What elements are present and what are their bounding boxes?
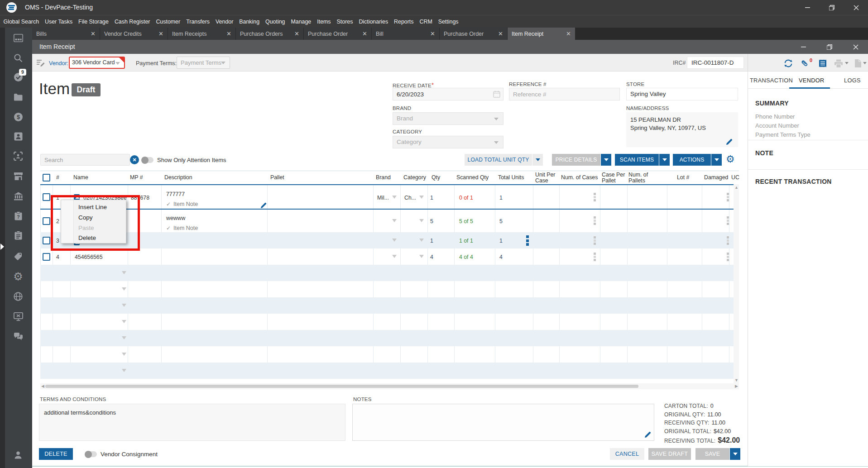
menu-stores[interactable]: Stores [334,15,356,28]
vendor-select[interactable]: 306 Vendor Card [69,57,125,69]
category-cell-caret-icon[interactable] [419,255,424,258]
col-num-of-cases[interactable]: Num. of Cases [561,175,598,181]
item-name[interactable]: 454656565 [75,254,103,260]
col-case-per-pallet[interactable]: Case Per Pallet [602,172,625,184]
col-name[interactable]: Name [73,175,88,181]
price-details-caret[interactable] [601,154,611,166]
name-cell-caret-icon[interactable] [122,369,126,372]
item-qty[interactable]: 5 [430,218,433,224]
cancel-button[interactable]: CANCEL [610,448,644,460]
tab-close-icon[interactable]: ✕ [566,31,571,37]
empty-row[interactable] [40,314,739,330]
empty-row[interactable] [40,281,739,297]
attention-items-toggle[interactable] [142,157,153,163]
item-description[interactable]: wewww [166,215,185,221]
row-checkbox[interactable] [43,217,50,225]
receive-date-field[interactable] [393,88,504,100]
export-caret-icon[interactable] [863,62,867,64]
category-cell-caret-icon[interactable] [419,196,424,199]
col-description[interactable]: Description [164,175,192,181]
window-restore-button[interactable] [821,0,842,15]
irc-number-input[interactable] [687,57,744,69]
export-document-icon[interactable] [853,58,863,68]
inner-restore-button[interactable] [820,40,839,54]
sidebar-tags-icon[interactable] [12,250,24,263]
address-edit-pencil-icon[interactable] [726,138,733,147]
brand-select[interactable]: Brand [393,112,504,125]
item-qty[interactable]: 1 [430,238,433,244]
col-mp[interactable]: MP # [130,175,143,181]
side-tab-vendor[interactable]: VENDOR [799,77,825,84]
item-qty[interactable]: 4 [430,254,433,260]
tab-item-receipt-active[interactable]: Item Receipt✕ [508,28,575,40]
brand-cell-caret-icon[interactable] [392,239,397,242]
sidebar-scan-icon[interactable] [12,150,24,162]
menu-user-tasks[interactable]: User Tasks [42,15,76,28]
tab-purchase-order[interactable]: Purchase Order✕ [304,28,371,40]
name-cell-caret-icon[interactable] [122,353,126,356]
receipt-log-icon[interactable] [818,58,828,68]
tab-close-icon[interactable]: ✕ [158,31,163,37]
menu-vendor[interactable]: Vendor [213,15,236,28]
brand-cell-caret-icon[interactable] [392,255,397,258]
payment-terms-select[interactable]: Payment Terms [177,57,230,69]
menu-crm[interactable]: CRM [417,15,435,28]
col-lot[interactable]: Lot # [677,175,689,181]
attachments-icon[interactable] [800,58,810,68]
table-row-3[interactable]: 3 1 1 of 1 1 [40,232,739,248]
name-cell-caret-icon[interactable] [122,271,126,274]
sidebar-user-icon[interactable] [12,449,24,461]
refresh-icon[interactable] [783,58,793,68]
menu-cash-register[interactable]: Cash Register [111,15,153,28]
tab-close-icon[interactable]: ✕ [430,31,435,37]
sidebar-orders-icon[interactable] [12,229,24,242]
tab-purchase-order-2[interactable]: Purchase Order✕ [440,28,507,40]
inner-minimize-button[interactable] [793,40,813,54]
save-button[interactable]: SAVE [695,448,729,460]
row-menu-kebab-icon[interactable] [727,216,729,225]
window-minimize-button[interactable] [797,0,818,15]
print-icon[interactable] [834,58,844,68]
scroll-left-icon[interactable]: ◀ [41,384,44,388]
save-caret-button[interactable] [730,448,740,460]
menu-file-storage[interactable]: File Storage [76,15,112,28]
item-description[interactable]: 777777 [166,191,185,197]
name-cell-caret-icon[interactable] [122,320,126,323]
vendor-note-icon[interactable] [36,59,45,68]
category-select[interactable]: Category [393,136,504,148]
price-details-button[interactable]: PRICE DETAILS [552,154,600,166]
item-category[interactable]: Ch... [404,195,416,201]
item-note[interactable]: ✓Item Note [166,201,198,207]
window-close-button[interactable] [846,0,867,15]
delete-button[interactable]: DELETE [39,448,73,460]
sidebar-settings-icon[interactable]: ⚙ [12,270,24,283]
sidebar-globe-icon[interactable] [12,290,24,303]
table-row-1[interactable]: 1 020714230298ee 887678 777777 ✓Item Not… [40,185,739,209]
vertical-scrollbar[interactable]: ▲ ▼ [734,184,739,383]
sidebar-inventory-help-icon[interactable]: ? [12,210,24,222]
tab-close-icon[interactable]: ✕ [294,31,299,37]
tab-close-icon[interactable]: ✕ [91,31,96,37]
name-cell-caret-icon[interactable] [122,287,126,291]
search-input[interactable] [40,154,130,166]
tab-close-icon[interactable]: ✕ [362,31,367,37]
calendar-icon[interactable] [493,91,500,100]
menu-reports[interactable]: Reports [391,15,417,28]
menu-customer[interactable]: Customer [153,15,183,28]
menu-global-search[interactable]: Global Search [0,15,42,28]
scan-items-caret[interactable] [659,154,670,166]
side-tab-transaction[interactable]: TRANSACTION [750,77,793,84]
print-caret-icon[interactable] [845,62,849,64]
cases-menu-kebab-icon[interactable] [594,253,596,261]
menu-items[interactable]: Items [314,15,334,28]
sidebar-store-icon[interactable] [12,170,24,182]
item-brand[interactable]: Mil... [377,195,389,201]
name-cell-caret-icon[interactable] [122,304,126,307]
cases-menu-kebab-icon[interactable] [594,216,596,225]
tab-close-icon[interactable]: ✕ [498,31,503,37]
reference-input[interactable] [509,88,620,100]
sidebar-files-icon[interactable] [12,91,24,103]
tab-bill[interactable]: Bill✕ [372,28,439,40]
sidebar-bank-icon[interactable] [12,190,24,202]
sidebar-contacts-icon[interactable] [12,130,24,143]
